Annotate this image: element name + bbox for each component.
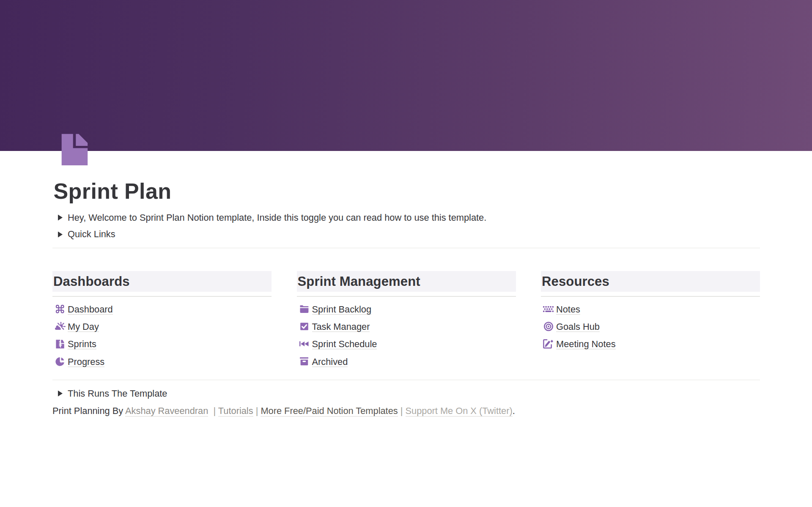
page-link-label[interactable]: Meeting Notes xyxy=(556,340,616,349)
footer-separator: | xyxy=(213,406,216,416)
page-link-list: Dashboard xyxy=(52,301,272,370)
page-link-meeting-notes[interactable]: Meeting Notes xyxy=(541,336,760,353)
column-heading-sprint-management: Sprint Management xyxy=(297,271,516,292)
toggle-welcome[interactable]: Hey, Welcome to Sprint Plan Notion templ… xyxy=(52,211,486,225)
page-link-progress[interactable]: Progress xyxy=(52,353,272,370)
footer-link-support[interactable]: Support Me On X (Twitter) xyxy=(406,406,513,417)
page-link-goals-hub[interactable]: Goals Hub xyxy=(541,318,760,336)
page-title[interactable]: Sprint Plan xyxy=(52,178,171,204)
folder-icon xyxy=(299,300,310,318)
page-link-label[interactable]: Task Manager xyxy=(312,322,370,332)
target-icon xyxy=(543,318,554,335)
page-document-icon xyxy=(54,335,66,353)
edit-pencil-icon xyxy=(543,335,554,353)
footer-link-author[interactable]: Akshay Raveendran xyxy=(125,406,208,417)
toggle-runs-template-label: This Runs The Template xyxy=(68,387,167,400)
page-link-label[interactable]: Sprint Schedule xyxy=(312,340,377,349)
page-link-sprint-schedule[interactable]: Sprint Schedule xyxy=(297,336,516,353)
toggle-runs-template[interactable]: This Runs The Template xyxy=(52,387,167,400)
column-heading-label: Dashboards xyxy=(53,274,130,289)
divider-bottom xyxy=(52,380,760,380)
archive-box-icon xyxy=(299,353,310,370)
page-link-sprint-backlog[interactable]: Sprint Backlog xyxy=(297,301,516,318)
page-link-dashboard[interactable]: Dashboard xyxy=(52,301,272,318)
skip-back-icon xyxy=(299,335,310,353)
column-resources: Resources Notes xyxy=(541,271,760,354)
page-link-task-manager[interactable]: Task Manager xyxy=(297,318,516,336)
footer-separator: | xyxy=(401,406,403,416)
page-icon-body xyxy=(62,134,88,165)
column-sprint-management: Sprint Management Sprint Backlog xyxy=(297,271,516,371)
sun-cloud-icon xyxy=(54,318,66,335)
command-icon xyxy=(54,300,66,318)
page-link-list: Notes Goals Hub xyxy=(541,301,760,353)
column-heading-resources: Resources xyxy=(541,271,760,292)
checkbox-icon xyxy=(299,318,310,335)
footer-separator: | xyxy=(256,406,258,416)
page-link-label[interactable]: Sprint Backlog xyxy=(312,305,372,315)
column-divider xyxy=(541,296,760,296)
page-link-notes[interactable]: Notes xyxy=(541,301,760,318)
link-columns: Dashboards Dashboard xyxy=(52,271,760,380)
page-link-label[interactable]: Dashboard xyxy=(68,305,113,315)
keyboard-icon xyxy=(543,300,554,318)
page-icon-fold xyxy=(76,134,88,146)
page-icon[interactable] xyxy=(61,134,88,166)
pie-chart-icon xyxy=(54,353,66,370)
toggle-quick-links[interactable]: Quick Links xyxy=(52,227,115,241)
column-divider xyxy=(297,296,516,296)
page-link-list: Sprint Backlog Task Manager xyxy=(297,301,516,370)
page-link-sprints[interactable]: Sprints xyxy=(52,336,272,353)
column-divider xyxy=(52,296,272,296)
page-link-label[interactable]: Notes xyxy=(556,305,580,315)
toggle-arrow-icon[interactable] xyxy=(52,211,68,225)
page-link-my-day[interactable]: My Day xyxy=(52,318,272,336)
page-link-archived[interactable]: Archived xyxy=(297,353,516,370)
footer-suffix: . xyxy=(513,406,515,416)
footer-credits: Print Planning By Akshay Raveendran | Tu… xyxy=(52,404,515,418)
toggle-quick-links-label: Quick Links xyxy=(68,227,115,241)
cover-image[interactable] xyxy=(0,0,812,151)
footer-link-templates[interactable]: More Free/Paid Notion Templates xyxy=(261,406,398,417)
divider-top xyxy=(52,248,760,248)
toggle-arrow-icon[interactable] xyxy=(52,227,68,241)
page-link-label[interactable]: Progress xyxy=(68,357,104,367)
page-link-label[interactable]: My Day xyxy=(68,322,99,332)
page-link-label[interactable]: Sprints xyxy=(68,340,96,349)
column-dashboards: Dashboards Dashboard xyxy=(52,271,272,371)
toggle-welcome-label: Hey, Welcome to Sprint Plan Notion templ… xyxy=(68,211,486,225)
footer-prefix: Print Planning By xyxy=(52,406,123,416)
column-heading-label: Sprint Management xyxy=(298,274,420,289)
footer-link-tutorials[interactable]: Tutorials xyxy=(218,406,253,417)
column-heading-dashboards: Dashboards xyxy=(52,271,272,292)
page-link-label[interactable]: Archived xyxy=(312,357,348,367)
page-link-label[interactable]: Goals Hub xyxy=(556,322,600,332)
column-heading-label: Resources xyxy=(542,274,609,289)
toggle-arrow-icon[interactable] xyxy=(52,387,68,400)
